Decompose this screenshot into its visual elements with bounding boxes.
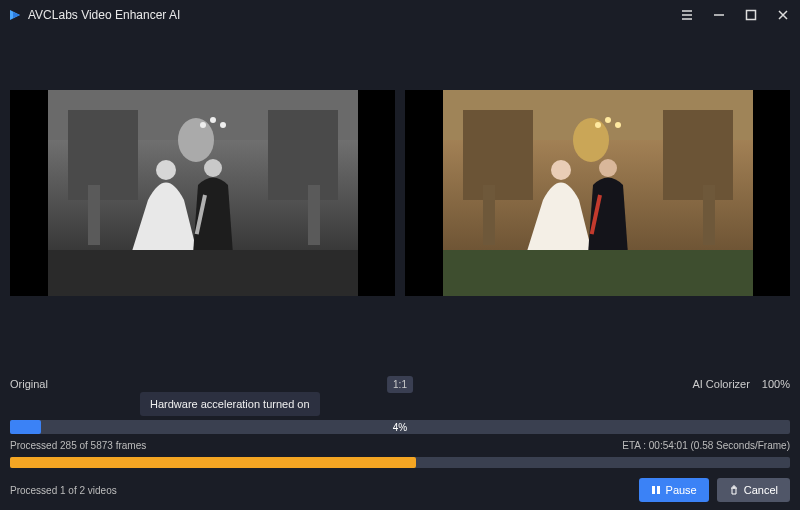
eta-label: ETA : 00:54:01 (0.58 Seconds/Frame) <box>622 440 790 451</box>
svg-rect-28 <box>443 250 753 296</box>
progress-section: 4% Processed 285 of 5873 frames ETA : 00… <box>10 420 790 502</box>
svg-rect-18 <box>663 110 733 200</box>
video-progress-fill <box>10 457 416 468</box>
video-progress-bar <box>10 457 790 468</box>
footer-row: Processed 1 of 2 videos Pause Cancel <box>10 478 790 502</box>
colorized-pane <box>405 90 790 296</box>
svg-rect-12 <box>88 185 100 245</box>
svg-rect-14 <box>48 250 358 296</box>
svg-point-19 <box>573 118 609 162</box>
zoom-level: 100% <box>762 378 790 390</box>
app-title: AVCLabs Video Enhancer AI <box>28 8 180 22</box>
svg-point-20 <box>595 122 601 128</box>
colorized-frame <box>443 90 753 296</box>
hw-accel-tooltip: Hardware acceleration turned on <box>140 392 320 416</box>
app-logo: AVCLabs Video Enhancer AI <box>8 8 180 22</box>
trash-icon <box>729 485 739 495</box>
svg-rect-3 <box>68 110 138 200</box>
svg-rect-17 <box>463 110 533 200</box>
pause-label: Pause <box>666 484 697 496</box>
svg-point-23 <box>551 160 571 180</box>
original-pane <box>10 90 395 296</box>
menu-icon[interactable] <box>680 8 694 22</box>
aspect-ratio-badge[interactable]: 1:1 <box>387 376 413 393</box>
frames-processed-label: Processed 285 of 5873 frames <box>10 440 146 451</box>
svg-point-21 <box>605 117 611 123</box>
svg-point-8 <box>220 122 226 128</box>
logo-icon <box>8 8 22 22</box>
compare-labels: Original 1:1 AI Colorizer 100% <box>10 378 790 390</box>
svg-rect-26 <box>483 185 495 245</box>
minimize-icon[interactable] <box>712 8 726 22</box>
frame-stats: Processed 285 of 5873 frames ETA : 00:54… <box>10 440 790 451</box>
svg-point-24 <box>599 159 617 177</box>
original-frame <box>48 90 358 296</box>
window-controls <box>680 8 790 22</box>
original-label: Original <box>10 378 48 390</box>
svg-rect-4 <box>268 110 338 200</box>
svg-rect-13 <box>308 185 320 245</box>
close-icon[interactable] <box>776 8 790 22</box>
maximize-icon[interactable] <box>744 8 758 22</box>
frame-progress-fill <box>10 420 41 434</box>
svg-point-10 <box>204 159 222 177</box>
svg-rect-27 <box>703 185 715 245</box>
svg-point-6 <box>200 122 206 128</box>
svg-point-22 <box>615 122 621 128</box>
frame-progress-bar: 4% <box>10 420 790 434</box>
frame-progress-percent: 4% <box>393 422 407 433</box>
svg-rect-30 <box>657 486 660 494</box>
svg-point-7 <box>210 117 216 123</box>
svg-point-5 <box>178 118 214 162</box>
pause-icon <box>651 485 661 495</box>
titlebar: AVCLabs Video Enhancer AI <box>0 0 800 30</box>
svg-rect-0 <box>747 11 756 20</box>
action-buttons: Pause Cancel <box>639 478 790 502</box>
svg-rect-29 <box>652 486 655 494</box>
svg-point-9 <box>156 160 176 180</box>
videos-processed-label: Processed 1 of 2 videos <box>10 485 117 496</box>
cancel-label: Cancel <box>744 484 778 496</box>
pause-button[interactable]: Pause <box>639 478 709 502</box>
cancel-button[interactable]: Cancel <box>717 478 790 502</box>
compare-area <box>0 30 800 296</box>
mode-label: AI Colorizer <box>692 378 749 390</box>
